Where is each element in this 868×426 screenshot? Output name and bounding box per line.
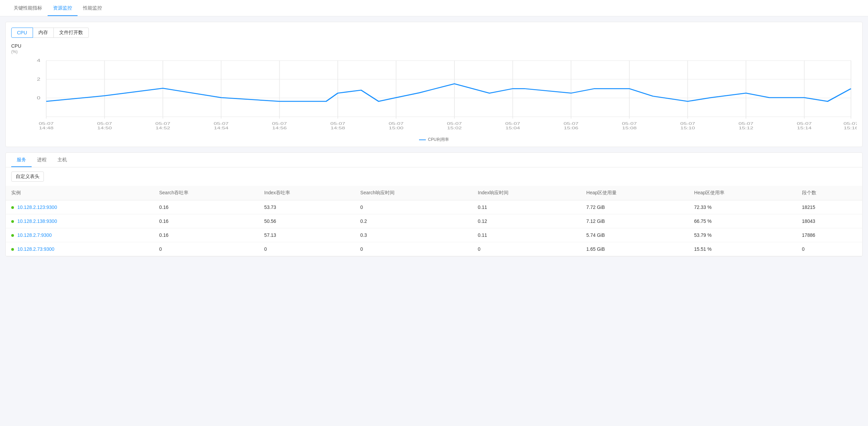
chart-unit: (%) (11, 49, 857, 54)
svg-text:0: 0 (37, 96, 40, 100)
td-search-response-2: 0.3 (355, 228, 472, 242)
legend-line-icon (419, 140, 426, 140)
svg-text:05-07: 05-07 (505, 121, 520, 126)
btn-cpu[interactable]: CPU (11, 28, 33, 38)
table-toolbar: 自定义表头 (6, 167, 862, 186)
th-heap-rate: Heap区使用率 (689, 186, 797, 200)
tab-service[interactable]: 服务 (11, 153, 32, 167)
td-heap-rate-3: 15.51 % (689, 242, 797, 256)
tab-resource-monitor[interactable]: 资源监控 (48, 0, 78, 16)
td-index-throughput-0: 53.73 (259, 200, 355, 214)
btn-files[interactable]: 文件打开数 (54, 28, 89, 38)
table-row: 10.128.2.123:9300 0.16 53.73 0 0.11 7.72… (6, 200, 862, 214)
tab-process[interactable]: 进程 (32, 153, 52, 167)
td-heap-rate-0: 72.33 % (689, 200, 797, 214)
svg-text:05-07: 05-07 (97, 121, 112, 126)
tab-perf-monitor[interactable]: 性能监控 (78, 0, 107, 16)
th-segments: 段个数 (797, 186, 862, 200)
svg-text:05-07: 05-07 (622, 121, 637, 126)
instance-link-1[interactable]: 10.128.2.138:9300 (17, 218, 57, 224)
td-search-throughput-1: 0.16 (154, 214, 259, 228)
chart-area: CPU (%) (11, 43, 857, 138)
svg-text:15:06: 15:06 (564, 126, 578, 130)
svg-text:05-07: 05-07 (330, 121, 345, 126)
svg-text:14:48: 14:48 (39, 126, 53, 130)
td-heap-usage-0: 7.72 GiB (581, 200, 689, 214)
btn-memory[interactable]: 内存 (33, 28, 54, 38)
table-row: 10.128.2.73:9300 0 0 0 0 1.65 GiB 15.51 … (6, 242, 862, 256)
th-index-response: Index响应时间 (472, 186, 581, 200)
status-dot-3 (11, 248, 14, 251)
svg-text:15:10: 15:10 (680, 126, 695, 130)
main-content: CPU 内存 文件打开数 CPU (%) (0, 16, 868, 262)
chart-panel: CPU 内存 文件打开数 CPU (%) (5, 22, 863, 147)
tab-host[interactable]: 主机 (52, 153, 72, 167)
svg-text:15:08: 15:08 (622, 126, 637, 130)
svg-text:14:52: 14:52 (155, 126, 170, 130)
td-index-response-2: 0.11 (472, 228, 581, 242)
svg-text:15:16: 15:16 (844, 126, 857, 130)
instance-link-3[interactable]: 10.128.2.73:9300 (17, 246, 54, 252)
td-index-throughput-1: 50.56 (259, 214, 355, 228)
td-index-response-0: 0.11 (472, 200, 581, 214)
td-search-response-3: 0 (355, 242, 472, 256)
svg-text:14:54: 14:54 (214, 126, 229, 130)
svg-text:15:12: 15:12 (739, 126, 753, 130)
td-heap-usage-2: 5.74 GiB (581, 228, 689, 242)
svg-text:15:00: 15:00 (389, 126, 403, 130)
td-segments-0: 18215 (797, 200, 862, 214)
td-heap-rate-2: 53.79 % (689, 228, 797, 242)
td-segments-2: 17886 (797, 228, 862, 242)
svg-text:15:14: 15:14 (797, 126, 812, 130)
svg-text:15:04: 15:04 (505, 126, 520, 130)
bottom-panel: 服务 进程 主机 自定义表头 实例 Search吞吐率 Index吞吐率 Sea… (5, 152, 863, 257)
td-index-response-3: 0 (472, 242, 581, 256)
svg-text:05-07: 05-07 (214, 121, 229, 126)
td-instance-2: 10.128.2.7:9300 (6, 228, 154, 242)
svg-text:14:56: 14:56 (272, 126, 287, 130)
td-segments-3: 0 (797, 242, 862, 256)
td-heap-usage-3: 1.65 GiB (581, 242, 689, 256)
svg-text:05-07: 05-07 (389, 121, 404, 126)
chart-title: CPU (11, 43, 857, 49)
instance-link-2[interactable]: 10.128.2.7:9300 (17, 232, 52, 238)
table-row: 10.128.2.138:9300 0.16 50.56 0.2 0.12 7.… (6, 214, 862, 228)
td-search-throughput-2: 0.16 (154, 228, 259, 242)
svg-text:05-07: 05-07 (680, 121, 695, 126)
th-heap-usage: Heap区使用量 (581, 186, 689, 200)
svg-text:05-07: 05-07 (155, 121, 170, 126)
td-instance-3: 10.128.2.73:9300 (6, 242, 154, 256)
page-container: 关键性能指标 资源监控 性能监控 CPU 内存 文件打开数 CPU (%) (0, 0, 868, 426)
td-heap-rate-1: 66.75 % (689, 214, 797, 228)
td-search-response-0: 0 (355, 200, 472, 214)
svg-text:05-07: 05-07 (564, 121, 579, 126)
td-segments-1: 18043 (797, 214, 862, 228)
instance-link-0[interactable]: 10.128.2.123:9300 (17, 204, 57, 210)
td-instance-1: 10.128.2.138:9300 (6, 214, 154, 228)
svg-text:2: 2 (37, 77, 40, 82)
svg-text:05-07: 05-07 (844, 121, 857, 126)
svg-text:05-07: 05-07 (797, 121, 812, 126)
td-search-throughput-0: 0.16 (154, 200, 259, 214)
th-search-response: Search响应时间 (355, 186, 472, 200)
status-dot-2 (11, 234, 14, 237)
svg-text:14:50: 14:50 (97, 126, 112, 130)
top-nav: 关键性能指标 资源监控 性能监控 (0, 0, 868, 16)
data-table: 实例 Search吞吐率 Index吞吐率 Search响应时间 Index响应… (6, 186, 862, 256)
tab-key-metrics[interactable]: 关键性能指标 (8, 0, 48, 16)
td-instance-0: 10.128.2.123:9300 (6, 200, 154, 214)
cpu-chart-svg: 4 2 0 05-07 14:48 05-07 14:50 05-07 14:5… (11, 57, 857, 132)
td-index-throughput-2: 57.13 (259, 228, 355, 242)
resource-buttons: CPU 内存 文件打开数 (11, 28, 857, 38)
svg-text:15:02: 15:02 (447, 126, 462, 130)
table-header-row: 实例 Search吞吐率 Index吞吐率 Search响应时间 Index响应… (6, 186, 862, 200)
svg-text:4: 4 (37, 59, 40, 63)
th-instance: 实例 (6, 186, 154, 200)
custom-header-button[interactable]: 自定义表头 (11, 171, 44, 182)
svg-text:14:58: 14:58 (331, 126, 345, 130)
status-dot-0 (11, 206, 14, 209)
td-index-throughput-3: 0 (259, 242, 355, 256)
svg-text:05-07: 05-07 (738, 121, 753, 126)
legend-label: CPU利用率 (428, 137, 449, 143)
svg-text:05-07: 05-07 (447, 121, 462, 126)
